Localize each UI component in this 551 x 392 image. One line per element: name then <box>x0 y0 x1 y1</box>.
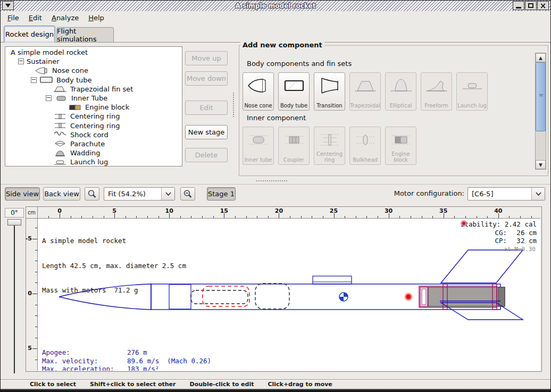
tree-item-engine-block[interactable]: Engine block <box>5 103 182 112</box>
add-component-group: Add new component Body components and fi… <box>239 45 548 176</box>
back-view-button[interactable]: Back view <box>43 187 80 201</box>
freeform-fin-button[interactable]: Freeform <box>421 72 452 111</box>
new-stage-button[interactable]: New stage <box>185 125 228 139</box>
tree-item-launch-lug[interactable]: Launch lug <box>5 157 182 166</box>
shock-cord-outline <box>191 290 248 304</box>
engine-block-icon <box>68 104 82 111</box>
tree-item-centering-ring-1[interactable]: Centering ring <box>5 112 182 121</box>
bulkhead-icon <box>350 129 380 151</box>
rotation-slider[interactable] <box>14 221 15 373</box>
centering-ring-icon <box>315 129 344 151</box>
tree-item-sustainer[interactable]: Sustainer <box>5 57 182 66</box>
rocket-canvas[interactable]: A simple model rocket Length 42.5 cm, ma… <box>38 219 540 371</box>
rotation-slider-handle[interactable] <box>7 219 21 226</box>
menu-help[interactable]: Help <box>84 12 109 23</box>
component-tree[interactable]: A simple model rocket Sustainer Nose con… <box>5 46 182 166</box>
motor-block <box>428 287 505 306</box>
stability-info: Stability: 2.42 cal CG:26 cm CP:32 cm at… <box>461 220 537 253</box>
elliptical-fin-icon <box>386 74 415 97</box>
horizontal-splitter[interactable] <box>256 180 288 182</box>
rotation-angle-label: 0° <box>5 208 24 218</box>
collapse-icon[interactable] <box>31 77 37 83</box>
triangle-down-icon <box>5 4 11 7</box>
flight-info: Apogee:276 m Max. velocity:89.6 m/s (Mac… <box>42 348 211 371</box>
window-bottom-edge <box>1 389 550 392</box>
tab-flight-simulations[interactable]: Flight simulations <box>56 27 114 43</box>
engine-block-button[interactable]: Engine block <box>385 127 416 165</box>
inner-tube-button[interactable]: Inner tube <box>243 127 274 165</box>
tree-item-centering-ring-2[interactable]: Centering ring <box>5 121 182 130</box>
scroll-down-button[interactable]: ▼ <box>536 160 546 169</box>
centering-ring-icon <box>53 113 67 120</box>
upper-fin-outline <box>441 250 523 283</box>
window-menu-icon[interactable] <box>2 1 14 10</box>
inner-tube-icon <box>244 129 273 151</box>
tree-item-inner-tube[interactable]: Inner Tube <box>5 94 182 103</box>
delete-button[interactable]: Delete <box>185 148 228 162</box>
tree-item-body-tube[interactable]: Body tube <box>5 76 182 85</box>
close-icon: × <box>540 3 547 9</box>
trapezoid-fin-icon <box>53 85 67 93</box>
transition-button[interactable]: Transition <box>314 72 345 111</box>
tree-item-rocket[interactable]: A simple model rocket <box>5 48 182 57</box>
stage-1-toggle[interactable]: Stage 1 <box>207 187 236 201</box>
zoom-select[interactable]: Fit (54.2%) <box>104 187 175 201</box>
tree-item-parachute[interactable]: Parachute <box>5 139 182 148</box>
move-up-button[interactable]: Move up <box>185 51 228 65</box>
elliptical-fin-button[interactable]: Elliptical <box>385 72 416 111</box>
move-down-button[interactable]: Move down <box>185 71 228 86</box>
nose-cone-button[interactable]: Nose cone <box>243 72 274 111</box>
rocket-info: A simple model rocket Length 42.5 cm, ma… <box>42 220 186 311</box>
maximize-button[interactable] <box>525 1 537 10</box>
ruler-unit-label: cm <box>26 207 38 219</box>
trapezoidal-fin-button[interactable]: Trapezoidal <box>349 72 381 111</box>
tree-item-shock-cord[interactable]: Shock cord <box>5 130 182 139</box>
zoom-out-button[interactable] <box>180 187 195 201</box>
body-tube-button[interactable]: Body tube <box>278 72 310 111</box>
launch-lug-icon <box>457 74 487 97</box>
launch-lug-button[interactable]: Launch lug <box>456 72 488 111</box>
edit-button[interactable]: Edit <box>185 101 228 115</box>
cg-marker <box>339 293 348 301</box>
bulkhead-button[interactable]: Bulkhead <box>349 127 381 165</box>
nose-cone-icon <box>35 67 49 74</box>
scrollbar-thumb[interactable] <box>536 62 546 131</box>
side-view-button[interactable]: Side view <box>5 187 40 201</box>
component-scrollbar[interactable]: ▲ ▼ <box>535 53 546 170</box>
hint-click-select: Click to select <box>30 381 76 388</box>
nose-cone-icon <box>244 74 273 97</box>
trapezoidal-fin-icon <box>350 74 380 97</box>
shock-cord-icon <box>53 131 67 138</box>
inner-tube-icon <box>54 95 68 102</box>
view-toolbar: Side view Back view Fit (54.2%) Stage 1 … <box>1 184 550 205</box>
vertical-splitter[interactable] <box>232 92 235 118</box>
tab-rocket-design[interactable]: Rocket design <box>4 26 55 43</box>
centering-ring-icon <box>53 122 67 129</box>
launch-lug-icon <box>53 159 67 166</box>
freeform-fin-icon <box>422 74 451 97</box>
coupler-button[interactable]: Coupler <box>278 127 310 165</box>
tree-item-trapezoidal-fin-set[interactable]: Trapezoidal fin set <box>5 85 182 94</box>
magnifier-icon <box>183 189 193 199</box>
parachute-icon <box>53 140 67 147</box>
titlebar[interactable]: A simple model rocket × <box>1 1 550 12</box>
vertical-ruler: -505 <box>26 219 38 371</box>
close-button[interactable]: × <box>537 1 549 10</box>
launch-lug-outline <box>313 276 352 284</box>
scroll-up-button[interactable]: ▲ <box>536 53 546 62</box>
minimize-button[interactable] <box>513 1 524 10</box>
collapse-icon[interactable] <box>18 59 24 64</box>
magnifier-icon <box>87 189 97 199</box>
centering-ring-button[interactable]: Centering ring <box>314 127 345 165</box>
menu-analyze[interactable]: Analyze <box>47 12 84 23</box>
zoom-in-button[interactable] <box>85 187 99 201</box>
menubar: File Edit Analyze Help <box>1 11 550 24</box>
collapse-icon[interactable] <box>46 95 52 101</box>
hint-double-click: Double-click to edit <box>190 381 254 388</box>
menu-edit[interactable]: Edit <box>24 12 47 23</box>
menu-file[interactable]: File <box>3 12 24 23</box>
tree-item-wadding[interactable]: Wadding <box>5 148 182 157</box>
chevron-down-icon <box>531 188 545 200</box>
tree-item-nose-cone[interactable]: Nose cone <box>5 66 182 75</box>
motor-configuration-select[interactable]: [C6-5] <box>467 187 545 201</box>
